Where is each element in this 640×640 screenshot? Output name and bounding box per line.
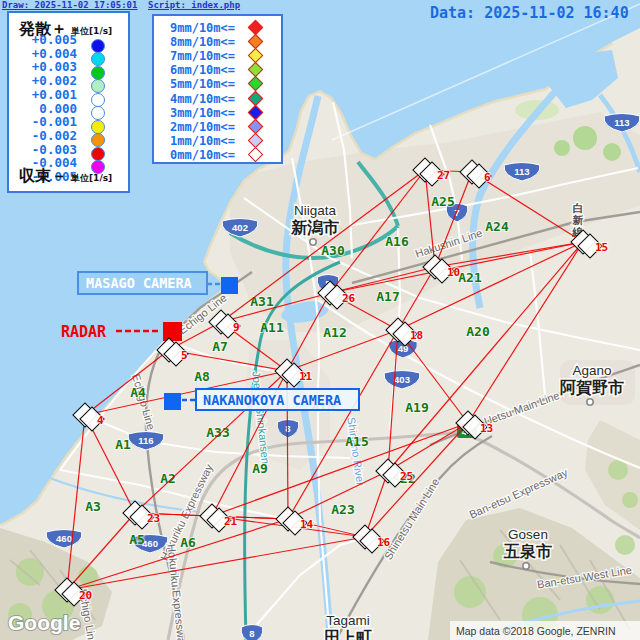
area-label: A25 xyxy=(431,194,454,209)
city-name-en: Niigata xyxy=(294,203,337,218)
divergence-value: -0.002 xyxy=(15,129,77,142)
route-badge-number: 8 xyxy=(249,628,254,639)
city-name-ja: 田上町 xyxy=(324,629,372,640)
convergence-legend-title: 収束－単位[1/s] xyxy=(19,166,112,187)
divergence-value: -0.003 xyxy=(15,143,77,156)
city-label: Tagami田上町 xyxy=(324,613,372,640)
nakanokoya-camera-marker[interactable] xyxy=(164,393,181,410)
node-number: 13 xyxy=(480,422,493,435)
masago-camera-label[interactable]: MASAGO CAMERA xyxy=(78,272,220,294)
city-name-en: Agano xyxy=(572,363,611,378)
node-number: 6 xyxy=(484,171,491,184)
attribution-text: Map data ©2018 Google, ZENRIN xyxy=(456,625,615,637)
nakanokoya-camera-label[interactable]: NAKANOKOYA CAMERA xyxy=(182,389,359,410)
city-name-en: Tagami xyxy=(326,613,370,628)
area-label: A24 xyxy=(485,219,509,234)
node-number: 11 xyxy=(299,370,313,383)
route-badge: 8 xyxy=(241,625,263,640)
nakanokoya-camera-label-text: NAKANOKOYA CAMERA xyxy=(203,392,341,408)
area-label: A9 xyxy=(252,461,268,476)
divergence-color-swatch xyxy=(91,39,105,53)
rainfall-threshold-label: 1mm/10m<= xyxy=(170,134,235,148)
rainfall-threshold-label: 5mm/10m<= xyxy=(170,77,235,91)
rainfall-color-swatch xyxy=(248,147,264,163)
divergence-color-swatch xyxy=(91,147,105,161)
divergence-value: +0.002 xyxy=(15,74,77,87)
route-badge-number: 402 xyxy=(232,222,248,233)
divergence-color-swatch xyxy=(91,79,105,93)
rainfall-legend: 9mm/10m<=8mm/10m<=7mm/10m<=6mm/10m<=5mm/… xyxy=(152,14,283,164)
node-number: 21 xyxy=(224,515,238,528)
rainfall-threshold-label: 7mm/10m<= xyxy=(170,49,235,63)
rainfall-threshold-label: 6mm/10m<= xyxy=(170,63,235,77)
monitoring-page: 40211311371164604608884940349 Echigo Lin… xyxy=(0,0,640,640)
divergence-color-swatch xyxy=(91,93,105,107)
area-label: A23 xyxy=(331,502,354,517)
node-number: 9 xyxy=(233,321,240,334)
data-timestamp: Data: 2025-11-02 16:40 xyxy=(430,4,629,22)
route-badge-number: 460 xyxy=(56,533,72,544)
node-number: 25 xyxy=(400,470,413,483)
area-label: A3 xyxy=(85,499,101,514)
city-name-ja: 五泉市 xyxy=(503,542,552,560)
divergence-value: +0.004 xyxy=(15,47,77,60)
rainfall-color-swatch xyxy=(248,104,264,120)
masago-camera-marker[interactable] xyxy=(221,277,238,294)
rainfall-threshold-label: 9mm/10m<= xyxy=(170,21,235,35)
divergence-value: +0.001 xyxy=(15,88,77,101)
radar-label-text: RADAR xyxy=(61,323,107,341)
area-label: A1 xyxy=(115,437,131,452)
city-marker-dot xyxy=(587,399,593,405)
divergence-value: +0.005 xyxy=(15,33,77,46)
route-badge-number: 113 xyxy=(514,166,529,177)
divergence-legend: 発散＋単位[1/s] +0.005+0.004+0.003+0.002+0.00… xyxy=(7,11,130,193)
node-number: 23 xyxy=(147,512,160,525)
route-badge-number: 113 xyxy=(614,117,629,128)
map-attribution: Map data ©2018 Google, ZENRIN xyxy=(450,621,640,640)
area-label: A8 xyxy=(194,369,210,384)
divergence-value: -0.001 xyxy=(15,115,77,128)
rainfall-threshold-label: 3mm/10m<= xyxy=(170,106,235,120)
rainfall-color-swatch xyxy=(248,90,264,106)
area-label: A15 xyxy=(345,434,368,449)
node-number: 4 xyxy=(97,414,104,427)
area-label: A19 xyxy=(405,400,428,415)
area-label: A6 xyxy=(180,535,196,550)
radar-marker[interactable] xyxy=(163,322,182,341)
rainfall-threshold-label: 0mm/10m<= xyxy=(170,148,235,162)
route-badge-number: 403 xyxy=(394,374,410,385)
node-number: 16 xyxy=(377,536,391,549)
area-label: A5 xyxy=(129,532,145,547)
divergence-value: 0.000 xyxy=(15,102,77,115)
area-label: A4 xyxy=(130,385,146,400)
city-marker-dot xyxy=(523,563,529,569)
node-number: 14 xyxy=(300,518,314,531)
convergence-legend-unit: 単位[1/s] xyxy=(71,173,112,183)
node-number: 18 xyxy=(410,329,423,342)
rainfall-threshold-label: 8mm/10m<= xyxy=(170,35,235,49)
area-label: A12 xyxy=(323,325,346,340)
area-label: A31 xyxy=(250,294,274,309)
node-number: 5 xyxy=(181,349,188,362)
area-label: A11 xyxy=(260,320,284,335)
divergence-color-swatch xyxy=(91,120,105,134)
city-name-ja: 阿賀野市 xyxy=(560,378,624,397)
divergence-color-swatch xyxy=(91,106,105,120)
node-number: 15 xyxy=(595,241,608,254)
area-label: A2 xyxy=(160,471,176,486)
area-label: A17 xyxy=(376,289,399,304)
city-name-ja: 新潟市 xyxy=(290,218,339,236)
rainfall-color-swatch xyxy=(248,76,264,92)
city-marker-dot xyxy=(310,239,316,245)
google-logo: Google xyxy=(8,611,80,634)
node-number: 20 xyxy=(79,589,92,602)
route-badge-number: 116 xyxy=(138,435,153,446)
area-label: A7 xyxy=(212,339,228,354)
rainfall-threshold-label: 2mm/10m<= xyxy=(170,120,235,134)
node-number: 10 xyxy=(447,266,460,279)
divergence-color-swatch xyxy=(91,66,105,80)
rainfall-threshold-label: 4mm/10m<= xyxy=(170,92,235,106)
script-name: Script: index.php xyxy=(148,0,240,10)
divergence-value: +0.003 xyxy=(15,60,77,73)
rainfall-color-swatch xyxy=(248,118,264,134)
